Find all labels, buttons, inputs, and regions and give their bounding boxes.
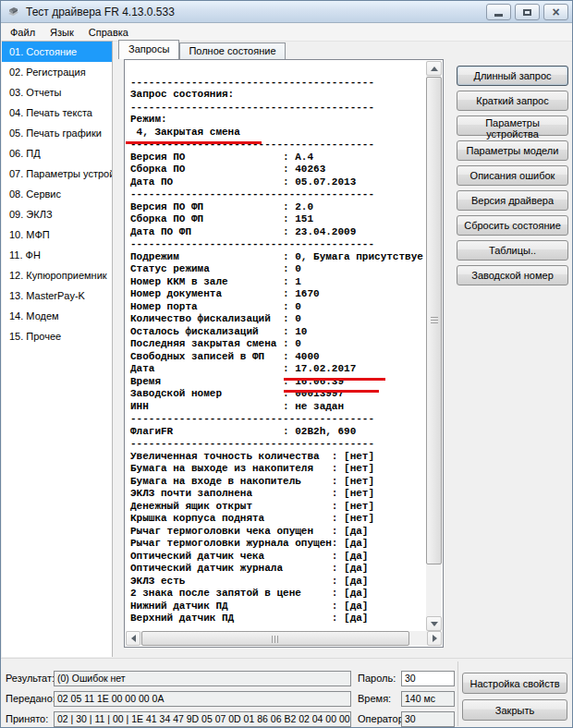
action-button-2[interactable]: Краткий запрос xyxy=(457,91,568,111)
param-field-3[interactable]: 30 xyxy=(401,711,455,727)
arrow-down-icon xyxy=(431,622,438,626)
sidebar-item-14[interactable]: 14. Модем xyxy=(2,306,112,326)
caption-buttons: × xyxy=(486,4,568,20)
red-underline-date xyxy=(284,378,385,381)
sidebar-item-13[interactable]: 13. MasterPay-K xyxy=(2,285,112,306)
sidebar-item-2[interactable]: 02. Регистрация xyxy=(2,62,112,82)
action-button-7[interactable]: Сбросить состояние xyxy=(457,215,568,236)
status-row-label-2: Передано: xyxy=(6,693,55,704)
maximize-icon xyxy=(523,9,531,16)
status-row-field-1[interactable]: (0) Ошибок нет xyxy=(54,671,351,686)
scroll-right-button[interactable] xyxy=(427,631,442,646)
param-label-2: Время: xyxy=(358,693,391,704)
status-memo[interactable]: ----------------------------------------… xyxy=(124,59,444,648)
sidebar-item-1[interactable]: 01. Состояние xyxy=(2,42,112,62)
app-icon xyxy=(6,5,20,18)
sidebar-list[interactable]: 01. Состояние02. Регистрация03. Отчеты04… xyxy=(2,41,113,657)
sidebar-item-5[interactable]: 05. Печать графики xyxy=(2,123,112,143)
window-title: Тест драйвера FR 4.13.0.533 xyxy=(26,6,175,18)
scroll-grip-icon xyxy=(431,317,438,324)
status-row-field-3[interactable]: 02 | 30 | 11 | 00 | 1E 41 34 47 9D 05 07… xyxy=(54,711,351,727)
param-field-1[interactable]: 30 xyxy=(401,671,455,686)
red-underline-mode xyxy=(126,141,262,144)
action-button-4[interactable]: Параметры модели xyxy=(457,140,568,161)
horizontal-scroll-thumb[interactable] xyxy=(141,631,409,646)
menu-item-2[interactable]: Язык xyxy=(43,25,81,40)
menu-item-1[interactable]: Файл xyxy=(3,25,43,40)
sidebar-item-7[interactable]: 07. Параметры устройства xyxy=(2,164,112,184)
sidebar-item-10[interactable]: 10. МФП xyxy=(2,224,112,245)
scroll-down-button[interactable] xyxy=(426,616,442,631)
panel-separator xyxy=(457,661,458,726)
sidebar-item-9[interactable]: 09. ЭКЛЗ xyxy=(2,204,112,224)
action-button-9[interactable]: Заводской номер xyxy=(457,265,568,285)
panel-button-2[interactable]: Закрыть xyxy=(462,699,567,721)
sidebar-item-15[interactable]: 15. Прочее xyxy=(2,326,112,346)
sidebar-item-4[interactable]: 04. Печать текста xyxy=(2,103,112,123)
minimize-icon xyxy=(494,14,503,17)
menu-item-3[interactable]: Справка xyxy=(81,25,136,40)
action-button-8[interactable]: Таблицы.. xyxy=(457,240,568,261)
close-button[interactable]: × xyxy=(543,4,568,20)
param-field-2[interactable]: 140 мс xyxy=(401,691,455,707)
tab-2[interactable]: Полное состояние xyxy=(179,42,285,59)
action-button-6[interactable]: Версия драйвера xyxy=(457,190,568,211)
memo-text: ----------------------------------------… xyxy=(125,60,426,629)
vertical-scroll-thumb[interactable] xyxy=(426,77,442,564)
param-label-3: Оператор: xyxy=(358,713,407,724)
vertical-scrollbar[interactable] xyxy=(426,61,442,631)
red-underline-time xyxy=(284,390,379,393)
arrow-right-icon xyxy=(433,635,437,642)
scroll-up-button[interactable] xyxy=(426,61,442,76)
status-row-field-2[interactable]: 02 05 11 1E 00 00 00 0A xyxy=(54,691,351,707)
action-button-5[interactable]: Описания ошибок xyxy=(457,165,568,186)
menu-bar: ФайлЯзыкСправка xyxy=(1,23,572,42)
minimize-button[interactable] xyxy=(486,4,511,20)
tab-1[interactable]: Запросы xyxy=(118,40,179,59)
maximize-button[interactable] xyxy=(515,4,540,20)
sidebar-item-12[interactable]: 12. Купюроприемник xyxy=(2,265,112,285)
arrow-up-icon xyxy=(431,67,438,71)
sidebar-item-3[interactable]: 03. Отчеты xyxy=(2,82,112,103)
status-panel: Результат:(0) Ошибок нетПередано:02 05 1… xyxy=(1,658,572,728)
horizontal-scrollbar[interactable] xyxy=(126,631,442,646)
status-row-label-1: Результат: xyxy=(6,673,55,684)
close-icon: × xyxy=(552,6,559,18)
param-label-1: Пароль: xyxy=(358,673,396,684)
sidebar-item-6[interactable]: 06. ПД xyxy=(2,143,112,164)
sidebar-item-8[interactable]: 08. Сервис xyxy=(2,184,112,204)
status-row-label-3: Принято: xyxy=(6,713,48,724)
title-bar: Тест драйвера FR 4.13.0.533 × xyxy=(1,1,572,23)
app-window: Тест драйвера FR 4.13.0.533 × ФайлЯзыкСп… xyxy=(0,0,573,728)
action-button-1[interactable]: Длинный запрос xyxy=(457,66,568,86)
scroll-left-button[interactable] xyxy=(126,631,140,646)
action-button-3[interactable]: Параметры устройства xyxy=(457,115,568,136)
sidebar-item-11[interactable]: 11. ФН xyxy=(2,245,112,265)
scroll-grip-icon xyxy=(272,636,279,643)
arrow-left-icon xyxy=(131,635,136,642)
tab-strip: ЗапросыПолное состояние xyxy=(118,40,286,59)
panel-button-1[interactable]: Настройка свойств xyxy=(462,673,567,694)
action-button-column: Длинный запросКраткий запросПараметры ус… xyxy=(457,66,568,290)
